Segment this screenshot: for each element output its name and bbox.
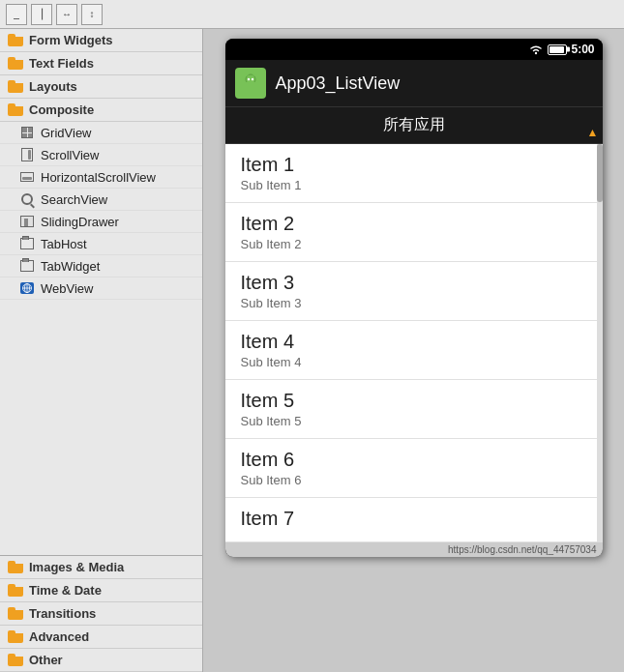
status-icons: 5:00 bbox=[528, 43, 594, 56]
sidebar-item-searchview[interactable]: SearchView bbox=[0, 189, 202, 211]
svg-line-12 bbox=[247, 73, 248, 75]
status-time: 5:00 bbox=[571, 43, 594, 56]
sidebar-category-label: Advanced bbox=[29, 629, 89, 644]
scroll-icon bbox=[19, 147, 35, 162]
expand-horiz-button[interactable]: ↔ bbox=[56, 4, 77, 25]
list-item-title: Item 2 bbox=[241, 213, 581, 235]
sidebar-category-images-media[interactable]: Images & Media bbox=[0, 556, 202, 579]
wifi-icon bbox=[528, 44, 544, 55]
sidebar-category-label: Text Fields bbox=[29, 56, 94, 71]
sidebar-category-label: Layouts bbox=[29, 79, 77, 94]
phone-list-wrapper: Item 1 Sub Item 1 Item 2 Sub Item 2 Item… bbox=[225, 144, 603, 542]
sidebar-category-label: Transitions bbox=[29, 606, 96, 621]
list-item[interactable]: Item 3 Sub Item 3 bbox=[225, 262, 597, 321]
status-bar: 5:00 bbox=[225, 39, 603, 60]
main-area: Form Widgets Text Fields Layouts Composi… bbox=[0, 29, 624, 672]
sidebar-category-label: Images & Media bbox=[29, 560, 124, 574]
sidebar-item-scrollview[interactable]: ScrollView bbox=[0, 144, 202, 166]
url-text: https://blog.csdn.net/qq_44757034 bbox=[448, 544, 596, 555]
svg-line-13 bbox=[253, 73, 254, 75]
svg-rect-9 bbox=[255, 83, 257, 87]
battery-fill bbox=[550, 46, 563, 53]
scrollbar-thumb bbox=[597, 144, 603, 202]
sidebar-item-tabwidget[interactable]: TabWidget bbox=[0, 255, 202, 278]
drawer-icon bbox=[19, 214, 35, 229]
split-vert-button[interactable]: ⎮ bbox=[31, 4, 52, 25]
sidebar-bottom: Images & Media Time & Date Transitions A… bbox=[0, 555, 202, 672]
web-icon bbox=[19, 280, 35, 296]
warning-icon: ▲ bbox=[587, 126, 599, 139]
list-item-title: Item 5 bbox=[241, 390, 581, 412]
list-item-sub: Sub Item 6 bbox=[241, 473, 581, 487]
folder-icon bbox=[8, 607, 23, 620]
list-item-title: Item 4 bbox=[241, 331, 581, 353]
sidebar-category-label: Form Widgets bbox=[29, 33, 113, 47]
sidebar-category-label: Composite bbox=[29, 102, 94, 117]
grid-icon bbox=[19, 125, 35, 140]
sidebar-category-label: Time & Date bbox=[29, 583, 102, 598]
list-item-sub: Sub Item 4 bbox=[241, 355, 581, 369]
list-item[interactable]: Item 1 Sub Item 1 bbox=[225, 144, 597, 203]
sidebar-item-gridview[interactable]: GridView bbox=[0, 122, 202, 144]
content-area: 5:00 App03_ListVi bbox=[203, 29, 624, 672]
svg-rect-8 bbox=[244, 83, 246, 87]
url-bar: https://blog.csdn.net/qq_44757034 bbox=[225, 542, 603, 557]
list-item-title: Item 3 bbox=[241, 272, 581, 294]
sidebar-item-webview[interactable]: WebView bbox=[0, 278, 202, 300]
folder-icon bbox=[8, 561, 23, 573]
list-item-title: Item 1 bbox=[241, 154, 581, 176]
tab-icon bbox=[19, 236, 35, 251]
app-bar: App03_ListView bbox=[225, 60, 603, 107]
sidebar-category-label: Other bbox=[29, 653, 63, 667]
list-item-sub: Sub Item 5 bbox=[241, 414, 581, 428]
svg-point-10 bbox=[247, 78, 249, 80]
list-item-sub: Sub Item 2 bbox=[241, 237, 581, 251]
sidebar-category-advanced[interactable]: Advanced bbox=[0, 626, 202, 649]
sidebar-category-form-widgets[interactable]: Form Widgets bbox=[0, 29, 202, 52]
split-horiz-button[interactable]: ⎯ bbox=[6, 4, 27, 25]
svg-rect-7 bbox=[246, 82, 255, 89]
folder-icon bbox=[8, 57, 23, 70]
sidebar-item-tabhost[interactable]: TabHost bbox=[0, 233, 202, 255]
svg-point-5 bbox=[535, 52, 537, 54]
sidebar-item-hscrollview[interactable]: HorizontalScrollView bbox=[0, 166, 202, 189]
list-item[interactable]: Item 6 Sub Item 6 bbox=[225, 439, 597, 498]
folder-icon bbox=[8, 80, 23, 93]
list-item[interactable]: Item 4 Sub Item 4 bbox=[225, 321, 597, 380]
hscroll-icon bbox=[19, 169, 35, 185]
folder-icon bbox=[8, 654, 23, 666]
app-title: App03_ListView bbox=[276, 73, 401, 94]
svg-point-11 bbox=[251, 78, 253, 80]
phone-scrollbar[interactable] bbox=[597, 144, 603, 542]
tab-icon bbox=[19, 258, 35, 274]
search-icon bbox=[19, 191, 35, 207]
sidebar-category-time-date[interactable]: Time & Date bbox=[0, 579, 202, 602]
list-item[interactable]: Item 2 Sub Item 2 bbox=[225, 203, 597, 262]
sidebar: Form Widgets Text Fields Layouts Composi… bbox=[0, 29, 203, 672]
section-title: 所有应用 bbox=[383, 116, 445, 132]
app-icon bbox=[235, 68, 266, 99]
list-item-title: Item 7 bbox=[241, 508, 581, 530]
sidebar-item-slidingdrawer[interactable]: SlidingDrawer bbox=[0, 211, 202, 233]
sidebar-category-other[interactable]: Other bbox=[0, 649, 202, 672]
phone-list: Item 1 Sub Item 1 Item 2 Sub Item 2 Item… bbox=[225, 144, 597, 542]
sidebar-category-composite[interactable]: Composite bbox=[0, 99, 202, 122]
toolbar: ⎯ ⎮ ↔ ↕ bbox=[0, 0, 624, 29]
folder-icon bbox=[8, 584, 23, 597]
sidebar-category-layouts[interactable]: Layouts bbox=[0, 75, 202, 99]
section-header: 所有应用 ▲ bbox=[225, 107, 603, 144]
expand-vert-button[interactable]: ↕ bbox=[81, 4, 103, 25]
list-item-sub: Sub Item 3 bbox=[241, 296, 581, 310]
folder-icon bbox=[8, 103, 23, 116]
sidebar-category-text-fields[interactable]: Text Fields bbox=[0, 52, 202, 75]
battery-icon bbox=[548, 44, 567, 55]
list-item[interactable]: Item 7 bbox=[225, 498, 597, 542]
list-item[interactable]: Item 5 Sub Item 5 bbox=[225, 380, 597, 439]
list-item-title: Item 6 bbox=[241, 449, 581, 471]
folder-icon bbox=[8, 630, 23, 643]
folder-icon bbox=[8, 34, 23, 46]
list-item-sub: Sub Item 1 bbox=[241, 178, 581, 192]
sidebar-category-transitions[interactable]: Transitions bbox=[0, 602, 202, 626]
phone-mockup: 5:00 App03_ListVi bbox=[225, 39, 603, 557]
